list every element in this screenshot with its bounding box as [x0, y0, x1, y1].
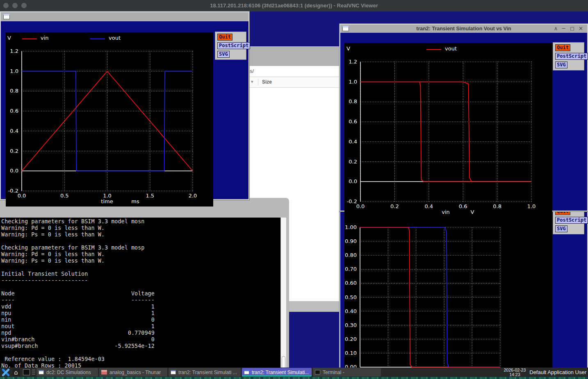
svg-button[interactable]: SVG	[555, 61, 567, 68]
vin-legend-label: vin	[41, 35, 49, 41]
vtc-window-body: vin V 1.000.900.800.700.600.500.400.300.…	[340, 200, 587, 376]
folder-icon	[101, 370, 107, 374]
hysteresis-plot-canvas	[344, 43, 552, 217]
home-launcher[interactable]: ⌂	[11, 368, 21, 377]
y-tick-label: 0.40	[344, 308, 357, 314]
svg-button[interactable]: SVG	[217, 51, 230, 58]
taskbar: ⌂ dc2: DC Simulations analog_basics - Th…	[0, 368, 588, 377]
clock-date: 2026-02-23	[504, 368, 526, 372]
hysteresis-window-body: V vout vin V 1.21.00.80.60.40.20.0-0.20.…	[340, 33, 587, 211]
y-tick-label: 1.00	[344, 224, 357, 230]
y-tick-label: 1.2	[344, 59, 357, 65]
clock[interactable]: 2026-02-23 14:23	[504, 368, 526, 377]
hysteresis-button-panel: Quit PostScript SVG	[553, 42, 584, 70]
sort-arrow-icon[interactable]: ▾	[251, 79, 253, 84]
y-tick-label: 0.0	[344, 178, 357, 184]
plot-window-vtc: vin V 1.000.900.800.700.600.500.400.300.…	[340, 191, 588, 377]
minimize-icon[interactable]: ─	[560, 25, 567, 32]
y-tick-label: 0.8	[344, 98, 357, 104]
time-window-titlebar[interactable]	[1, 12, 248, 21]
terminal-content[interactable]: Checking parameters for BSIM 3.3 model m…	[0, 218, 280, 375]
x-tick-label: 1.5	[141, 193, 159, 199]
y-tick-label: 0.0	[6, 168, 18, 174]
x-tick-label: 2.0	[184, 193, 202, 199]
y-tick-label: 0.70	[344, 266, 357, 272]
vnc-title: 18.117.201.218:6106 (3fd21ae06843:1 (des…	[0, 2, 588, 9]
legend-axis-label: V	[346, 45, 350, 52]
size-column-header[interactable]: Size	[262, 79, 272, 85]
time-x-axis-label: time	[95, 198, 119, 204]
panel-grip[interactable]	[32, 370, 35, 375]
terminal-scrollbar[interactable]	[280, 218, 286, 375]
y-tick-label: 1.2	[6, 48, 18, 54]
taskbar-item-tran2-b-active[interactable]: tran2: Transient Simulati...	[242, 368, 312, 377]
y-tick-label: 0.20	[344, 336, 357, 342]
x-tick-label: 0.8	[488, 203, 506, 209]
terminal-icon	[315, 370, 320, 374]
y-tick-label: 0.2	[6, 148, 18, 154]
y-tick-label: 1.0	[6, 68, 18, 74]
taskbar-item-thunar[interactable]: analog_basics - Thunar	[99, 368, 167, 377]
terminal-window: Checking parameters for BSIM 3.3 model m…	[0, 198, 289, 377]
postscript-button[interactable]: PostScript	[217, 42, 250, 49]
y-tick-label: 0.4	[344, 138, 357, 145]
terminal-launcher[interactable]	[22, 368, 31, 377]
y-tick-label: 0.90	[344, 238, 357, 244]
x-logo-icon	[2, 368, 10, 377]
taskbar-item-label: tran2: Transient Simulati ...	[178, 370, 237, 375]
taskbar-item-tran2-a[interactable]: tran2: Transient Simulati ...	[169, 368, 241, 377]
path-text: s/	[250, 68, 254, 74]
taskbar-item-label: Terminal -	[323, 370, 344, 375]
svg-button[interactable]: SVG	[555, 225, 567, 232]
taskbar-item-dc2[interactable]: dc2: DC Simulations	[36, 368, 98, 377]
window-title: tran2: Transient Simulation Vout vs Vin	[340, 26, 587, 32]
applications-menu-icon[interactable]	[1, 368, 10, 377]
window-icon	[39, 370, 44, 374]
time-button-panel: Quit PostScript SVG	[215, 32, 246, 60]
vout-legend-label: vout	[445, 45, 457, 52]
vout-legend-swatch	[426, 49, 441, 50]
window-icon[interactable]	[3, 14, 10, 19]
desktop-wallpaper-strip	[0, 377, 588, 379]
hysteresis-window-titlebar[interactable]: tran2: Transient Simulation Vout vs Vin …	[340, 25, 587, 33]
y-tick-label: 0.50	[344, 294, 357, 300]
remote-desktop: s/ ▾ Size vin V 1.000.900.800.700.600.50…	[0, 11, 588, 379]
clock-time: 14:23	[504, 372, 526, 377]
taskbar-item-terminal[interactable]: Terminal -	[313, 368, 381, 377]
y-tick-label: 0.10	[344, 350, 357, 356]
y-tick-label: 0.80	[344, 252, 357, 258]
taskbar-item-label: analog_basics - Thunar	[109, 370, 161, 375]
x-tick-label: 1.0	[98, 193, 116, 199]
window-icon	[244, 370, 249, 374]
shade-icon[interactable]: ∧	[552, 25, 559, 32]
legend-axis-label: V	[7, 35, 11, 41]
vout-legend-label: vout	[109, 35, 121, 41]
y-tick-label: 0.60	[344, 280, 357, 286]
y-tick-label: 0.30	[344, 322, 357, 328]
vtc-plot-area: vin V 1.000.900.800.700.600.500.400.300.…	[344, 209, 552, 379]
y-tick-label: 1.0	[344, 79, 357, 85]
x-tick-label: 1.0	[522, 203, 540, 209]
y-tick-label: 0.4	[6, 128, 18, 134]
terminal-launcher-icon	[23, 369, 30, 375]
user-label: Default Application User	[527, 369, 588, 375]
x-tick-label: 0.0	[351, 203, 369, 209]
maximize-icon[interactable]: ◻	[569, 25, 576, 32]
y-tick-label: 0.8	[6, 88, 18, 94]
x-tick-label: 0.4	[420, 203, 438, 209]
realvnc-viewer: 18.117.201.218:6106 (3fd21ae06843:1 (des…	[0, 0, 588, 379]
plot-window-time: V vin vout time ms 1.21.00.80.60.40.20.0…	[0, 11, 249, 200]
taskbar-item-label: tran2: Transient Simulati...	[252, 370, 309, 375]
postscript-button[interactable]: PostScript	[555, 53, 588, 60]
vtc-plot-canvas	[344, 209, 552, 379]
quit-button[interactable]: Quit	[555, 44, 570, 51]
postscript-button[interactable]: PostScript	[555, 217, 588, 224]
close-icon[interactable]: ✕	[577, 25, 584, 32]
hysteresis-plot-area: V vout vin V 1.21.00.80.60.40.20.0-0.20.…	[344, 43, 552, 217]
plot-window-hysteresis: tran2: Transient Simulation Vout vs Vin …	[340, 24, 588, 211]
x-tick-label: 0.5	[55, 193, 73, 199]
time-plot-area: V vin vout time ms 1.21.00.80.60.40.20.0…	[6, 32, 213, 207]
quit-button[interactable]: Quit	[217, 34, 232, 41]
vout-legend-swatch	[90, 39, 105, 39]
time-x-axis-unit: ms	[127, 198, 144, 204]
